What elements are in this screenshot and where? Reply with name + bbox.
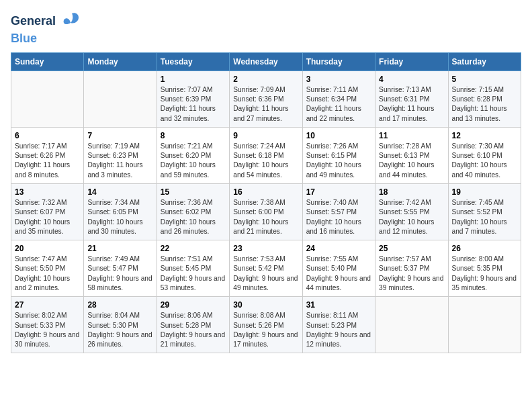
day-number: 30 [233, 300, 298, 310]
day-number: 5 [452, 75, 517, 84]
day-number: 19 [452, 187, 517, 197]
col-header-thursday: Thursday [302, 52, 375, 71]
day-number: 16 [233, 187, 298, 197]
day-info: Sunrise: 8:06 AMSunset: 5:28 PMDaylight:… [161, 311, 226, 349]
day-info: Sunrise: 7:42 AMSunset: 5:55 PMDaylight:… [379, 198, 444, 236]
day-number: 15 [161, 187, 226, 197]
calendar-cell: 15Sunrise: 7:36 AMSunset: 6:02 PMDayligh… [157, 184, 229, 240]
day-info: Sunrise: 7:26 AMSunset: 6:15 PMDaylight:… [306, 142, 371, 180]
day-info: Sunrise: 7:30 AMSunset: 6:10 PMDaylight:… [452, 142, 517, 180]
day-number: 13 [15, 187, 80, 197]
day-info: Sunrise: 8:11 AMSunset: 5:23 PMDaylight:… [306, 311, 371, 349]
day-info: Sunrise: 8:08 AMSunset: 5:26 PMDaylight:… [233, 311, 298, 349]
calendar-cell: 9Sunrise: 7:24 AMSunset: 6:18 PMDaylight… [230, 127, 302, 183]
calendar-cell: 31Sunrise: 8:11 AMSunset: 5:23 PMDayligh… [302, 297, 375, 353]
day-info: Sunrise: 7:47 AMSunset: 5:50 PMDaylight:… [15, 255, 80, 293]
calendar-cell: 4Sunrise: 7:13 AMSunset: 6:31 PMDaylight… [375, 71, 448, 127]
day-info: Sunrise: 7:38 AMSunset: 6:00 PMDaylight:… [233, 198, 298, 236]
day-number: 17 [306, 187, 371, 197]
calendar-cell [375, 297, 448, 353]
col-header-sunday: Sunday [11, 52, 84, 71]
day-info: Sunrise: 8:04 AMSunset: 5:30 PMDaylight:… [87, 311, 152, 349]
calendar-cell: 19Sunrise: 7:45 AMSunset: 5:52 PMDayligh… [448, 184, 521, 240]
calendar-cell: 5Sunrise: 7:15 AMSunset: 6:28 PMDaylight… [448, 71, 521, 127]
day-number: 26 [452, 244, 517, 253]
calendar-cell: 12Sunrise: 7:30 AMSunset: 6:10 PMDayligh… [448, 127, 521, 183]
day-info: Sunrise: 7:28 AMSunset: 6:13 PMDaylight:… [379, 142, 444, 180]
logo: General Blue [11, 11, 80, 46]
calendar-cell: 22Sunrise: 7:51 AMSunset: 5:45 PMDayligh… [157, 240, 229, 297]
day-number: 31 [306, 300, 371, 310]
calendar-cell: 26Sunrise: 8:00 AMSunset: 5:35 PMDayligh… [448, 240, 521, 297]
day-number: 28 [87, 300, 152, 310]
calendar-cell: 10Sunrise: 7:26 AMSunset: 6:15 PMDayligh… [302, 127, 375, 183]
calendar-cell: 27Sunrise: 8:02 AMSunset: 5:33 PMDayligh… [11, 297, 84, 353]
day-info: Sunrise: 7:34 AMSunset: 6:05 PMDaylight:… [87, 198, 152, 236]
day-number: 11 [379, 131, 444, 140]
day-number: 25 [379, 244, 444, 253]
calendar-cell: 28Sunrise: 8:04 AMSunset: 5:30 PMDayligh… [84, 297, 157, 353]
day-info: Sunrise: 7:40 AMSunset: 5:57 PMDaylight:… [306, 198, 371, 236]
calendar-cell: 2Sunrise: 7:09 AMSunset: 6:36 PMDaylight… [230, 71, 302, 127]
logo-text-blue: Blue [11, 32, 37, 46]
calendar-cell: 20Sunrise: 7:47 AMSunset: 5:50 PMDayligh… [11, 240, 84, 297]
day-number: 23 [233, 244, 298, 253]
calendar-cell: 21Sunrise: 7:49 AMSunset: 5:47 PMDayligh… [84, 240, 157, 297]
calendar-cell: 17Sunrise: 7:40 AMSunset: 5:57 PMDayligh… [302, 184, 375, 240]
col-header-friday: Friday [375, 52, 448, 71]
day-info: Sunrise: 7:07 AMSunset: 6:39 PMDaylight:… [161, 85, 226, 124]
day-number: 2 [233, 75, 298, 84]
calendar-cell [448, 297, 521, 353]
day-info: Sunrise: 7:32 AMSunset: 6:07 PMDaylight:… [15, 198, 80, 236]
day-number: 18 [379, 187, 444, 197]
day-info: Sunrise: 7:15 AMSunset: 6:28 PMDaylight:… [452, 85, 517, 124]
day-number: 14 [87, 187, 152, 197]
calendar-cell [84, 71, 157, 127]
day-info: Sunrise: 8:02 AMSunset: 5:33 PMDaylight:… [15, 311, 80, 349]
day-number: 8 [161, 131, 226, 140]
day-number: 9 [233, 131, 298, 140]
day-info: Sunrise: 7:55 AMSunset: 5:40 PMDaylight:… [306, 255, 371, 293]
day-number: 4 [379, 75, 444, 84]
calendar-cell: 16Sunrise: 7:38 AMSunset: 6:00 PMDayligh… [230, 184, 302, 240]
calendar-cell: 14Sunrise: 7:34 AMSunset: 6:05 PMDayligh… [84, 184, 157, 240]
day-info: Sunrise: 7:24 AMSunset: 6:18 PMDaylight:… [233, 142, 298, 180]
day-number: 1 [161, 75, 226, 84]
day-number: 7 [87, 131, 152, 140]
col-header-tuesday: Tuesday [157, 52, 229, 71]
col-header-monday: Monday [84, 52, 157, 71]
calendar-cell: 23Sunrise: 7:53 AMSunset: 5:42 PMDayligh… [230, 240, 302, 297]
calendar-cell: 1Sunrise: 7:07 AMSunset: 6:39 PMDaylight… [157, 71, 229, 127]
day-number: 12 [452, 131, 517, 140]
day-info: Sunrise: 7:17 AMSunset: 6:26 PMDaylight:… [15, 142, 80, 180]
calendar-cell: 6Sunrise: 7:17 AMSunset: 6:26 PMDaylight… [11, 127, 84, 183]
day-info: Sunrise: 7:13 AMSunset: 6:31 PMDaylight:… [379, 85, 444, 124]
calendar-table: SundayMondayTuesdayWednesdayThursdayFrid… [11, 52, 521, 354]
day-number: 3 [306, 75, 371, 84]
day-number: 27 [15, 300, 80, 310]
logo-bird-icon [58, 11, 80, 32]
day-info: Sunrise: 7:11 AMSunset: 6:34 PMDaylight:… [306, 85, 371, 124]
day-info: Sunrise: 7:53 AMSunset: 5:42 PMDaylight:… [233, 255, 298, 293]
day-info: Sunrise: 7:45 AMSunset: 5:52 PMDaylight:… [452, 198, 517, 236]
day-number: 29 [161, 300, 226, 310]
day-info: Sunrise: 7:57 AMSunset: 5:37 PMDaylight:… [379, 255, 444, 293]
day-info: Sunrise: 8:00 AMSunset: 5:35 PMDaylight:… [452, 255, 517, 293]
day-info: Sunrise: 7:19 AMSunset: 6:23 PMDaylight:… [87, 142, 152, 180]
day-number: 21 [87, 244, 152, 253]
calendar-cell: 25Sunrise: 7:57 AMSunset: 5:37 PMDayligh… [375, 240, 448, 297]
calendar-cell: 13Sunrise: 7:32 AMSunset: 6:07 PMDayligh… [11, 184, 84, 240]
calendar-cell: 7Sunrise: 7:19 AMSunset: 6:23 PMDaylight… [84, 127, 157, 183]
calendar-cell: 3Sunrise: 7:11 AMSunset: 6:34 PMDaylight… [302, 71, 375, 127]
day-number: 22 [161, 244, 226, 253]
day-info: Sunrise: 7:09 AMSunset: 6:36 PMDaylight:… [233, 85, 298, 124]
page-header: General Blue [11, 11, 521, 46]
day-info: Sunrise: 7:51 AMSunset: 5:45 PMDaylight:… [161, 255, 226, 293]
day-number: 10 [306, 131, 371, 140]
calendar-cell: 30Sunrise: 8:08 AMSunset: 5:26 PMDayligh… [230, 297, 302, 353]
day-number: 20 [15, 244, 80, 253]
calendar-cell [11, 71, 84, 127]
calendar-cell: 29Sunrise: 8:06 AMSunset: 5:28 PMDayligh… [157, 297, 229, 353]
day-info: Sunrise: 7:21 AMSunset: 6:20 PMDaylight:… [161, 142, 226, 180]
calendar-cell: 18Sunrise: 7:42 AMSunset: 5:55 PMDayligh… [375, 184, 448, 240]
